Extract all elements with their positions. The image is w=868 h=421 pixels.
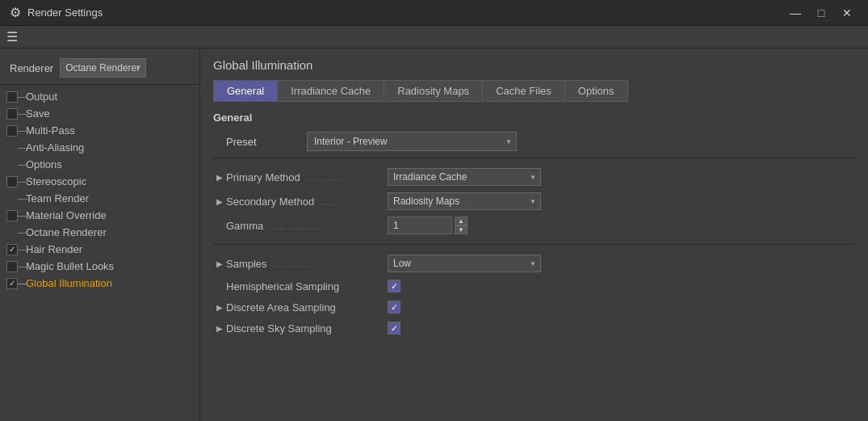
nav-label-magicbullet: Magic Bullet Looks <box>26 260 114 272</box>
primary-method-control: Irradiance Cache Radiosity Maps None <box>388 168 541 186</box>
nav-label-options: Options <box>26 158 62 171</box>
sidebar-item-stereoscopic[interactable]: — Stereoscopic <box>0 173 199 190</box>
checkbox-globalillumination[interactable] <box>6 278 18 289</box>
sidebar-item-teamrender[interactable]: — Team Render <box>0 190 199 207</box>
expand-discrete-sky[interactable]: ▶ <box>213 322 226 335</box>
nav-label-antialiasing: Anti-Aliasing <box>26 141 84 154</box>
discrete-sky-checkbox[interactable] <box>388 322 400 335</box>
close-button[interactable]: ✕ <box>836 4 858 22</box>
left-panel: Renderer Octane Renderer — Output — Save <box>0 48 200 421</box>
nav-label-output: Output <box>26 91 57 103</box>
section-title: Global Illumination <box>213 58 855 72</box>
nav-label-multipass: Multi-Pass <box>26 124 75 137</box>
checkbox-magicbullet[interactable] <box>6 261 18 272</box>
preset-label: Preset <box>226 136 307 148</box>
checkbox-hairrender[interactable] <box>6 244 18 255</box>
preset-row: Preset Interior - Preview Exterior - Pre… <box>213 132 855 151</box>
nav-label-octanerenderer: Octane Renderer <box>26 226 107 238</box>
samples-control: Low Medium High <box>388 255 541 272</box>
nav-label-hairrender: Hair Render <box>26 243 82 255</box>
sidebar-item-hairrender[interactable]: — Hair Render <box>0 241 199 258</box>
discrete-area-checkbox[interactable] <box>388 301 400 314</box>
primary-method-label: Primary Method .......... <box>226 171 388 183</box>
checkbox-output[interactable] <box>6 91 18 103</box>
tab-irradiance-cache[interactable]: Irradiance Cache <box>277 80 384 102</box>
hamburger-icon[interactable]: ☰ <box>6 29 18 44</box>
discrete-sky-control <box>388 322 400 335</box>
preset-select-wrapper: Interior - Preview Exterior - Preview Cu… <box>307 132 517 151</box>
gamma-control: ▲ ▼ <box>388 217 468 234</box>
maximize-button[interactable]: □ <box>810 4 832 22</box>
samples-select-wrapper: Low Medium High <box>388 255 541 272</box>
sidebar-item-magicbullet[interactable]: — Magic Bullet Looks <box>0 258 199 275</box>
nav-list: — Output — Save — Multi-Pass — Anti-Alia… <box>0 88 199 292</box>
primary-method-select-wrapper: Irradiance Cache Radiosity Maps None <box>388 168 541 186</box>
tab-options[interactable]: Options <box>564 80 628 102</box>
renderer-row: Renderer Octane Renderer <box>0 55 199 85</box>
expand-samples[interactable]: ▶ <box>213 257 226 270</box>
app-icon: ⚙ <box>10 5 21 20</box>
renderer-select-wrapper: Octane Renderer <box>60 58 146 78</box>
samples-row: ▶ Samples ........... Low Medium High <box>213 251 855 276</box>
subsection-title: General <box>213 112 855 124</box>
sidebar-item-antialiasing[interactable]: — Anti-Aliasing <box>0 139 199 156</box>
menubar: ☰ <box>0 26 868 48</box>
main-layout: Renderer Octane Renderer — Output — Save <box>0 48 868 421</box>
renderer-select[interactable]: Octane Renderer <box>60 58 146 78</box>
nav-label-teamrender: Team Render <box>26 192 89 204</box>
sidebar-item-options[interactable]: — Options <box>0 156 199 173</box>
nav-label-materialoverride: Material Override <box>26 209 107 221</box>
tabs: General Irradiance Cache Radiosity Maps … <box>213 80 855 102</box>
tab-cache-files[interactable]: Cache Files <box>482 80 564 102</box>
sidebar-item-octanerenderer[interactable]: — Octane Renderer <box>0 224 199 241</box>
hemispherical-label: Hemispherical Sampling <box>226 280 388 293</box>
right-panel: Global Illumination General Irradiance C… <box>200 48 868 421</box>
divider-1 <box>213 158 855 158</box>
gamma-spinbox[interactable] <box>388 217 452 234</box>
expand-secondary[interactable]: ▶ <box>213 195 226 208</box>
secondary-method-select-wrapper: Radiosity Maps Irradiance Cache None <box>388 192 541 210</box>
window-title: Render Settings <box>27 6 103 19</box>
checkbox-stereoscopic[interactable] <box>6 176 18 187</box>
discrete-area-label: Discrete Area Sampling <box>226 301 388 314</box>
samples-label: Samples ........... <box>226 258 388 270</box>
samples-select[interactable]: Low Medium High <box>388 255 541 272</box>
nav-label-globalillumination: Global Illumination <box>26 277 112 289</box>
primary-method-row: ▶ Primary Method .......... Irradiance C… <box>213 165 855 189</box>
renderer-label: Renderer <box>10 62 53 74</box>
tab-radiosity-maps[interactable]: Radiosity Maps <box>384 80 482 102</box>
sidebar-item-save[interactable]: — Save <box>0 105 199 122</box>
gamma-spin-up[interactable]: ▲ <box>455 217 468 225</box>
window-controls: — □ ✕ <box>784 4 858 22</box>
gamma-spin-down[interactable]: ▼ <box>455 225 468 234</box>
tab-general[interactable]: General <box>213 80 277 102</box>
discrete-sky-label: Discrete Sky Sampling <box>226 322 388 335</box>
secondary-method-row: ▶ Secondary Method ..... Radiosity Maps … <box>213 189 855 213</box>
divider-2 <box>213 244 855 245</box>
hemispherical-control <box>388 280 400 293</box>
checkbox-save[interactable] <box>6 108 18 120</box>
primary-method-select[interactable]: Irradiance Cache Radiosity Maps None <box>388 168 541 186</box>
checkbox-multipass[interactable] <box>6 125 18 137</box>
expand-discrete-area[interactable]: ▶ <box>213 301 226 314</box>
discrete-sky-row: ▶ Discrete Sky Sampling <box>213 318 855 339</box>
expand-primary[interactable]: ▶ <box>213 171 226 183</box>
sidebar-item-multipass[interactable]: — Multi-Pass <box>0 122 199 139</box>
preset-select[interactable]: Interior - Preview Exterior - Preview Cu… <box>307 132 517 151</box>
gamma-row: ▶ Gamma .............. ▲ ▼ <box>213 213 855 238</box>
discrete-area-control <box>388 301 400 314</box>
nav-label-save: Save <box>26 107 50 120</box>
titlebar-left: ⚙ Render Settings <box>10 5 103 20</box>
secondary-method-label: Secondary Method ..... <box>226 196 388 208</box>
secondary-method-select[interactable]: Radiosity Maps Irradiance Cache None <box>388 192 541 210</box>
sidebar-item-materialoverride[interactable]: — Material Override <box>0 207 199 224</box>
sidebar-item-globalillumination[interactable]: — Global Illumination <box>0 275 199 292</box>
checkbox-materialoverride[interactable] <box>6 210 18 221</box>
hemispherical-checkbox[interactable] <box>388 280 400 293</box>
nav-label-stereoscopic: Stereoscopic <box>26 175 86 187</box>
titlebar: ⚙ Render Settings — □ ✕ <box>0 0 868 26</box>
gamma-spinbox-arrows: ▲ ▼ <box>455 217 468 234</box>
sidebar-item-output[interactable]: — Output <box>0 88 199 105</box>
minimize-button[interactable]: — <box>784 4 807 22</box>
gamma-label: Gamma .............. <box>226 220 388 232</box>
